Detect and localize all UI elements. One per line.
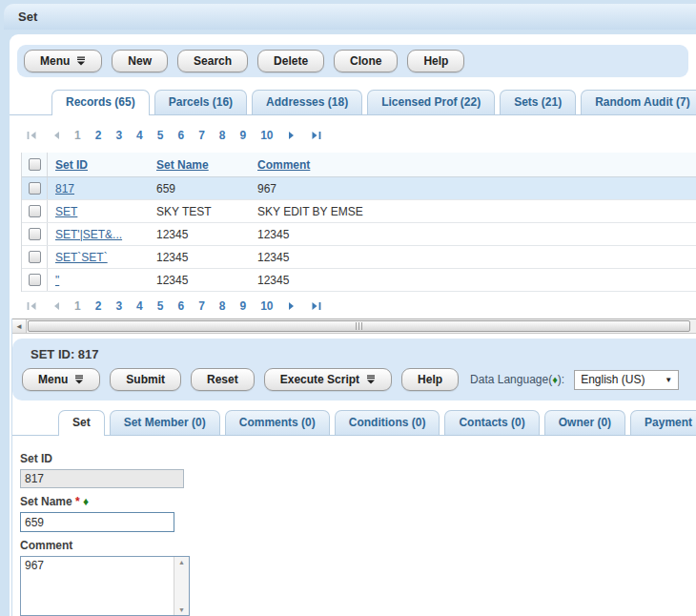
page-number-current[interactable]: 1 <box>74 129 81 142</box>
column-header-set-id[interactable]: Set ID <box>55 158 88 172</box>
submit-button[interactable]: Submit <box>110 368 181 391</box>
search-button[interactable]: Search <box>177 50 248 72</box>
page-number[interactable]: 2 <box>95 299 102 313</box>
detail-menu-button[interactable]: Menu <box>22 368 100 391</box>
set-id-label: Set ID <box>20 452 696 465</box>
first-page-icon[interactable] <box>27 131 37 140</box>
page-number[interactable]: 3 <box>115 299 122 313</box>
prev-page-icon[interactable] <box>51 131 60 140</box>
tab-owner[interactable]: Owner (0) <box>544 410 625 435</box>
column-header-comment[interactable]: Comment <box>257 158 310 172</box>
set-name-cell: 12345 <box>154 251 250 264</box>
tab-set-member[interactable]: Set Member (0) <box>110 410 220 435</box>
tab-comments[interactable]: Comments (0) <box>225 410 330 435</box>
first-page-icon[interactable] <box>27 301 37 311</box>
page-number[interactable]: 9 <box>240 299 247 313</box>
tab-addresses[interactable]: Addresses (18) <box>252 90 362 114</box>
execute-script-button[interactable]: Execute Script <box>264 368 392 391</box>
set-name-cell: 659 <box>154 182 250 195</box>
tab-records[interactable]: Records (65) <box>51 90 150 115</box>
last-page-icon[interactable] <box>311 301 321 311</box>
page-number[interactable]: 4 <box>136 299 143 313</box>
last-page-icon[interactable] <box>311 131 321 140</box>
diamond-icon: ♦ <box>83 495 89 508</box>
menu-button-label: Menu <box>40 54 70 68</box>
page-number[interactable]: 10 <box>260 299 273 313</box>
table-header-row: Set ID Set Name Comment <box>22 153 696 177</box>
table-row: " 12345 12345 <box>22 269 696 292</box>
set-name-cell: 12345 <box>154 228 250 241</box>
data-language-select[interactable]: English (US) ▼ <box>574 370 679 390</box>
tab-sets[interactable]: Sets (21) <box>500 90 576 114</box>
page-number[interactable]: 8 <box>219 129 226 142</box>
clone-button[interactable]: Clone <box>334 50 398 72</box>
page-number[interactable]: 6 <box>177 129 184 142</box>
page-number[interactable]: 8 <box>219 299 226 313</box>
tab-conditions[interactable]: Conditions (0) <box>335 410 440 435</box>
comment-cell: 12345 <box>250 274 696 287</box>
comment-cell: 12345 <box>250 228 696 241</box>
help-button[interactable]: Help <box>407 50 464 72</box>
comment-field[interactable]: 967 <box>21 557 174 615</box>
detail-section: ◄ SET ID: 817 Menu Submit Reset <box>11 318 696 616</box>
menu-button[interactable]: Menu <box>24 50 102 72</box>
pagination-bottom: 1 2 3 4 5 6 7 8 9 10 <box>10 298 696 314</box>
scroll-down-icon[interactable]: ▼ <box>178 606 185 613</box>
tab-parcels[interactable]: Parcels (16) <box>154 90 247 114</box>
row-checkbox[interactable] <box>29 228 41 240</box>
scrollbar-thumb[interactable] <box>28 320 690 332</box>
data-language-value: English (US) <box>581 373 645 386</box>
row-checkbox[interactable] <box>29 205 41 217</box>
page-number[interactable]: 3 <box>115 129 122 142</box>
page-number[interactable]: 10 <box>260 129 273 142</box>
horizontal-scrollbar[interactable]: ◄ <box>12 318 696 334</box>
column-header-set-name[interactable]: Set Name <box>156 158 209 172</box>
set-id-link[interactable]: SET`SET` <box>55 251 108 264</box>
page-number[interactable]: 7 <box>198 129 205 142</box>
table-row: SET'|SET&... 12345 12345 <box>22 223 696 246</box>
data-language-label-text: Data Language( <box>470 373 552 386</box>
set-id-link[interactable]: 817 <box>55 182 74 195</box>
reset-button[interactable]: Reset <box>191 368 255 391</box>
textarea-scrollbar[interactable]: ▲ ▼ <box>174 557 189 615</box>
page-number-current[interactable]: 1 <box>74 299 81 313</box>
tab-contacts[interactable]: Contacts (0) <box>444 410 539 435</box>
delete-button[interactable]: Delete <box>257 50 324 72</box>
page-number[interactable]: 9 <box>240 129 247 142</box>
comment-cell: 967 <box>250 182 696 195</box>
detail-toolbar: Menu Submit Reset Execute Script Help <box>22 368 696 391</box>
set-detail-form: Set ID Set Name * ♦ Comment 967 ▲ ▼ chec… <box>12 436 696 616</box>
next-page-icon[interactable] <box>288 131 297 140</box>
row-checkbox[interactable] <box>29 182 41 195</box>
page-number[interactable]: 5 <box>157 299 164 313</box>
comment-textarea-wrapper: 967 ▲ ▼ <box>20 556 190 616</box>
new-button[interactable]: New <box>112 50 168 72</box>
page-number[interactable]: 2 <box>95 129 102 142</box>
tab-payment[interactable]: Payment <box>630 410 696 435</box>
page-number[interactable]: 7 <box>198 299 205 313</box>
comment-cell: SKY EDIT BY EMSE <box>250 205 696 218</box>
tab-licensed-prof[interactable]: Licensed Prof (22) <box>367 90 495 114</box>
set-id-link[interactable]: SET'|SET&... <box>55 228 122 241</box>
row-checkbox[interactable] <box>29 251 41 263</box>
scroll-up-icon[interactable]: ▲ <box>178 559 185 565</box>
chevron-down-icon: ▼ <box>665 376 672 384</box>
detail-help-button[interactable]: Help <box>401 368 459 391</box>
window-title-bar: Set <box>4 4 696 30</box>
set-id-link[interactable]: " <box>55 274 59 287</box>
prev-page-icon[interactable] <box>51 301 60 311</box>
page-number[interactable]: 4 <box>136 129 143 142</box>
next-page-icon[interactable] <box>288 301 297 311</box>
page-number[interactable]: 5 <box>157 129 164 142</box>
scroll-left-icon[interactable]: ◄ <box>12 319 27 333</box>
detail-title: SET ID: 817 <box>22 347 696 361</box>
set-id-link[interactable]: SET <box>55 205 77 218</box>
row-checkbox[interactable] <box>29 274 41 286</box>
table-row: SET`SET` 12345 12345 <box>22 246 696 269</box>
tab-set[interactable]: Set <box>58 410 105 436</box>
select-all-checkbox[interactable] <box>29 158 41 171</box>
set-name-field[interactable] <box>20 512 174 532</box>
page-number[interactable]: 6 <box>177 299 184 313</box>
records-table: Set ID Set Name Comment 817 659 967 SET … <box>21 153 696 292</box>
tab-random-audit[interactable]: Random Audit (7) <box>581 90 696 114</box>
